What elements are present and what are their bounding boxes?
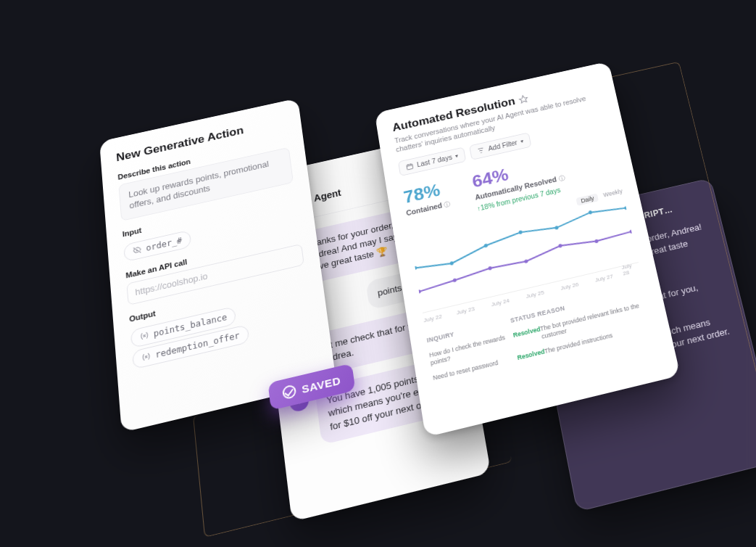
star-icon[interactable] xyxy=(518,94,529,104)
wifi-icon: ᯤ xyxy=(402,152,411,163)
svg-point-7 xyxy=(589,210,593,215)
metric-contained: 78% Contained ⓘ xyxy=(402,178,453,229)
audio-call-icon[interactable] xyxy=(390,171,404,188)
chat-agent-name: AI Agent xyxy=(302,178,380,206)
reviewing-title: ✦ REVIEWING TRANSCRIPT… xyxy=(539,196,702,247)
card-title: New Generative Action xyxy=(116,115,286,165)
filter-icon xyxy=(477,147,486,155)
variable-icon xyxy=(139,330,149,342)
dashboard-title: Automated Resolution xyxy=(391,77,599,135)
svg-point-14 xyxy=(594,239,599,244)
generative-action-card: New Generative Action Describe this acti… xyxy=(99,98,336,432)
phone-status-bar: 9:41 ▮▮▮ ᯤ ▬ xyxy=(251,137,436,200)
ai-badge: ✦ AI xyxy=(394,137,455,160)
svg-point-6 xyxy=(554,226,559,230)
action-description-input[interactable]: Look up rewards points, promotional offe… xyxy=(118,147,294,221)
dashboard-card: Automated Resolution Track conversations… xyxy=(375,62,681,437)
variable-icon xyxy=(141,351,151,363)
svg-point-15 xyxy=(629,229,634,234)
add-filter-button[interactable]: Add Filter ▾ xyxy=(469,133,531,160)
check-circle-icon xyxy=(519,207,533,222)
agent-avatar: ✦ xyxy=(275,194,296,216)
sparkle-icon: ✦ xyxy=(409,137,420,149)
info-icon[interactable]: ⓘ xyxy=(558,175,565,183)
input-label: Input xyxy=(122,192,296,238)
svg-point-8 xyxy=(624,206,628,210)
metric-resolved: 64% Automatically Resolved ⓘ ↑18% from p… xyxy=(470,152,568,213)
chevron-down-icon: ▾ xyxy=(455,153,459,160)
svg-rect-16 xyxy=(417,169,425,177)
svg-point-2 xyxy=(413,266,418,271)
chevron-down-icon: ▾ xyxy=(520,139,524,145)
clock: 9:41 xyxy=(265,181,282,194)
eye-off-icon xyxy=(132,245,142,256)
agent-avatar-small: ✦ xyxy=(270,236,290,257)
describe-label: Describe this action xyxy=(117,136,288,181)
svg-point-12 xyxy=(524,259,528,263)
signal-icon: ▮▮▮ xyxy=(383,155,398,167)
input-variable-pill[interactable]: order_# xyxy=(123,230,191,262)
svg-point-13 xyxy=(558,244,562,248)
svg-point-9 xyxy=(417,289,421,294)
date-range-filter[interactable]: Last 7 days ▾ xyxy=(398,147,466,177)
dashboard-subtitle: Track conversations where your AI Agent … xyxy=(394,91,604,155)
info-icon[interactable]: ⓘ xyxy=(444,201,451,209)
battery-icon: ▬ xyxy=(415,149,424,160)
input-variable-name: order_# xyxy=(146,236,183,253)
svg-point-10 xyxy=(452,279,457,283)
trend-label: ↑18% from previous 7 days xyxy=(477,185,568,213)
chart-segment-control[interactable]: Daily Weekly xyxy=(576,188,623,206)
svg-rect-1 xyxy=(407,164,413,170)
calendar-icon xyxy=(405,163,414,171)
resolved-badge: RESOLVED xyxy=(506,184,609,231)
check-circle-icon xyxy=(282,384,296,400)
svg-point-5 xyxy=(518,230,523,234)
svg-marker-0 xyxy=(519,95,528,104)
svg-point-11 xyxy=(488,266,492,271)
back-button[interactable]: ‹ xyxy=(264,202,270,216)
video-call-icon[interactable] xyxy=(415,165,431,183)
